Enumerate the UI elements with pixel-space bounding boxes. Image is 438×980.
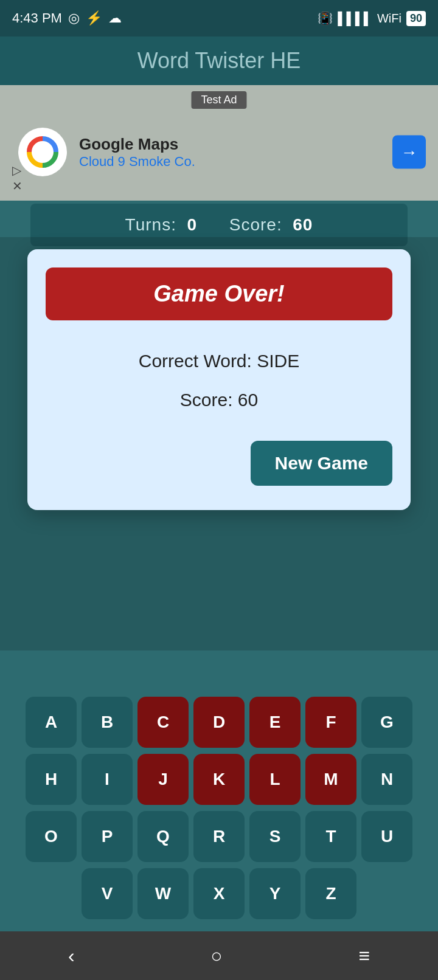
key-V[interactable]: V [82, 868, 133, 919]
key-B[interactable]: B [82, 697, 133, 748]
game-over-modal: Game Over! Correct Word: SIDE Score: 60 … [27, 249, 411, 510]
key-T[interactable]: T [305, 811, 356, 862]
key-Z[interactable]: Z [305, 868, 356, 919]
key-O[interactable]: O [26, 811, 77, 862]
modal-overlay: Game Over! Correct Word: SIDE Score: 60 … [0, 237, 438, 650]
google-maps-logo-icon [24, 134, 61, 170]
status-right: 📳 ▌▌▌▌ WiFi 90 [318, 11, 426, 26]
key-W[interactable]: W [137, 868, 189, 919]
key-Q[interactable]: Q [137, 811, 189, 862]
signal-icon: ▌▌▌▌ [338, 12, 372, 26]
ad-play-icon[interactable]: ▷ [12, 163, 23, 178]
menu-button[interactable]: ≡ [358, 945, 370, 967]
keyboard-row-2: H I J K L M N [6, 754, 432, 805]
app-title: Word Twister HE [137, 48, 301, 74]
keyboard-area: A B C D E F G H I J K L M N O P Q R S T … [0, 685, 438, 931]
key-A[interactable]: A [26, 697, 77, 748]
ad-logo [18, 128, 67, 176]
key-R[interactable]: R [193, 811, 245, 862]
key-U[interactable]: U [361, 811, 412, 862]
key-S[interactable]: S [249, 811, 301, 862]
keyboard-row-1: A B C D E F G [6, 697, 432, 748]
keyboard-row-4: V W X Y Z [6, 868, 432, 919]
turns-value: 0 [187, 215, 197, 234]
time-display: 4:43 PM [12, 10, 62, 26]
key-X[interactable]: X [193, 868, 245, 919]
ad-subtitle: Cloud 9 Smoke Co. [79, 154, 195, 170]
arrow-symbol: → [401, 142, 418, 162]
key-K[interactable]: K [193, 754, 245, 805]
key-P[interactable]: P [82, 811, 133, 862]
battery-indicator: 90 [406, 11, 426, 26]
key-J[interactable]: J [137, 754, 189, 805]
key-D[interactable]: D [193, 697, 245, 748]
score-value: 60 [293, 215, 313, 234]
modal-score-display: Score: 60 [46, 390, 392, 410]
status-bar: 4:43 PM ◎ ⚡ ☁ 📳 ▌▌▌▌ WiFi 90 [0, 0, 438, 36]
key-M[interactable]: M [305, 754, 356, 805]
ad-close-icon[interactable]: ✕ [12, 179, 23, 193]
cloud-icon: ☁ [108, 10, 122, 26]
score-text: Turns: 0 Score: 60 [125, 215, 313, 235]
keyboard-row-3: O P Q R S T U [6, 811, 432, 862]
turns-label: Turns: [125, 215, 176, 234]
key-I[interactable]: I [82, 754, 133, 805]
ad-label: Test Ad [191, 91, 246, 109]
key-H[interactable]: H [26, 754, 77, 805]
new-game-button[interactable]: New Game [251, 441, 392, 486]
key-N[interactable]: N [361, 754, 412, 805]
key-E[interactable]: E [249, 697, 301, 748]
wifi-icon: WiFi [377, 12, 401, 26]
title-bar: Word Twister HE [0, 36, 438, 85]
ad-company-name: Google Maps [79, 135, 195, 154]
key-C[interactable]: C [137, 697, 189, 748]
key-F[interactable]: F [305, 697, 356, 748]
key-L[interactable]: L [249, 754, 301, 805]
score-label: Score: [229, 215, 282, 234]
back-button[interactable]: ‹ [68, 945, 75, 967]
ad-text: Google Maps Cloud 9 Smoke Co. [79, 135, 195, 170]
key-Y[interactable]: Y [249, 868, 301, 919]
vibrate-icon: 📳 [318, 11, 333, 26]
ad-banner[interactable]: Test Ad Google Maps Cloud 9 Smoke Co. → … [0, 85, 438, 201]
whatsapp-icon: ◎ [68, 10, 80, 26]
correct-word-display: Correct Word: SIDE [46, 351, 392, 371]
home-button[interactable]: ○ [210, 945, 222, 967]
ad-controls[interactable]: ▷ ✕ [12, 163, 23, 193]
status-left: 4:43 PM ◎ ⚡ ☁ [12, 10, 122, 26]
game-over-title: Game Over! [46, 267, 392, 320]
ad-arrow-icon[interactable]: → [392, 136, 426, 169]
bottom-navigation: ‹ ○ ≡ [0, 931, 438, 980]
key-G[interactable]: G [361, 697, 412, 748]
usb-icon: ⚡ [86, 10, 102, 26]
